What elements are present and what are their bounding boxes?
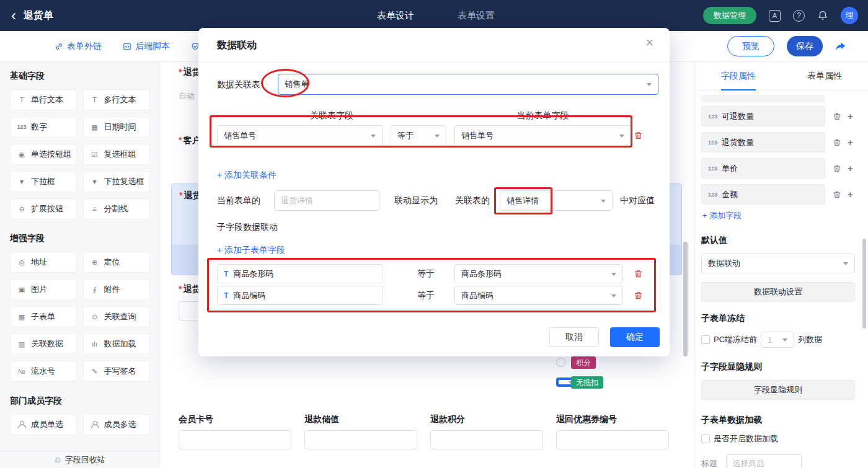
- language-icon[interactable]: A: [769, 10, 781, 22]
- member-card-input[interactable]: [179, 430, 291, 449]
- tab-form-properties[interactable]: 表单属性: [782, 62, 868, 90]
- subfield-returnable-qty[interactable]: 123可退数量: [701, 106, 825, 126]
- radio-points[interactable]: [556, 358, 565, 367]
- current-form-field-input[interactable]: [274, 190, 379, 211]
- add-subform-field-link[interactable]: + 添加子表单字段: [217, 245, 285, 256]
- data-manage-button[interactable]: 数据管理: [703, 7, 756, 24]
- field-item-signature[interactable]: ✎手写签名: [83, 361, 150, 382]
- avatar[interactable]: 理: [841, 7, 858, 24]
- delete-sub-condition-icon[interactable]: [634, 269, 643, 278]
- subfield-row: 123金额 +: [701, 184, 862, 205]
- insert-field-icon[interactable]: +: [848, 164, 853, 173]
- panel-scrollbar[interactable]: [862, 239, 866, 329]
- freeze-checkbox[interactable]: [701, 335, 710, 344]
- refund-stored-value-label: 退款储值: [304, 414, 339, 425]
- tab-field-properties[interactable]: 字段属性: [695, 62, 782, 90]
- subform-data-load-heading: 子表单数据加载: [701, 415, 862, 426]
- basic-fields-grid: T单行文本 T多行文本 123数字 ▦日期时间 ◉单选按钮组 ☑复选框组 ▼下拉…: [10, 89, 149, 219]
- subfield-amount[interactable]: 123金额: [701, 184, 825, 205]
- return-coupon-input[interactable]: [556, 430, 669, 449]
- field-item-address[interactable]: ◎地址: [10, 252, 77, 273]
- field-item-multi-select[interactable]: ▼下拉复选框: [83, 171, 150, 192]
- delete-sub-condition-icon[interactable]: [634, 291, 643, 300]
- delete-icon[interactable]: [833, 164, 841, 173]
- field-item-divider[interactable]: ≡分割线: [83, 198, 150, 219]
- sub-target-barcode-select[interactable]: 商品条形码: [454, 264, 623, 283]
- field-item-radio-group[interactable]: ◉单选按钮组: [10, 144, 77, 165]
- notification-bell-icon[interactable]: [817, 10, 828, 21]
- field-item-partial[interactable]: [701, 95, 825, 102]
- insert-field-icon[interactable]: +: [848, 138, 853, 147]
- field-item-single-line-text[interactable]: T单行文本: [10, 89, 77, 110]
- field-item-checkbox-group[interactable]: ☑复选框组: [83, 144, 150, 165]
- insert-field-icon[interactable]: +: [848, 190, 853, 199]
- preview-button[interactable]: 预览: [727, 36, 774, 56]
- insert-field-icon[interactable]: +: [848, 112, 853, 121]
- text-field-icon: T: [224, 270, 228, 278]
- add-field-link[interactable]: + 添加字段: [702, 210, 862, 221]
- relation-field-select[interactable]: 销售详情: [500, 190, 613, 211]
- delete-icon[interactable]: [833, 138, 841, 147]
- field-display-rules-button[interactable]: 字段显隐规则: [701, 380, 855, 400]
- tab-form-design[interactable]: 表单设计: [377, 10, 414, 22]
- field-item-related-data[interactable]: ▥关联数据: [10, 333, 77, 355]
- field-item-number[interactable]: 123数字: [10, 117, 77, 138]
- relation-table-prefix: 关联表的: [455, 190, 490, 211]
- subfield-return-qty[interactable]: 123退货数量: [701, 132, 825, 152]
- refund-stored-value-input[interactable]: [304, 430, 417, 449]
- tab-form-settings[interactable]: 表单设置: [458, 10, 495, 22]
- condition-operator-select[interactable]: 等于: [391, 125, 446, 146]
- relation-table-select[interactable]: 销售单: [278, 74, 658, 95]
- field-item-attachment[interactable]: ∮附件: [83, 279, 150, 300]
- condition-target-select[interactable]: 销售单号: [454, 125, 631, 146]
- default-value-select[interactable]: 数据联动: [701, 254, 855, 273]
- field-item-location[interactable]: ⊕定位: [83, 252, 150, 273]
- field-item-data-load[interactable]: ılı数据加载: [83, 333, 150, 355]
- field-item-datetime[interactable]: ▦日期时间: [83, 117, 150, 138]
- freeze-count-select[interactable]: 1: [761, 332, 794, 348]
- title-row: 标题 选择商品: [701, 454, 862, 468]
- field-item-serial-number[interactable]: №流水号: [10, 361, 77, 382]
- field-item-lookup-query[interactable]: ⊙关联查询: [83, 306, 150, 327]
- field-item-member-single[interactable]: 成员单选: [10, 414, 77, 435]
- subfield-unit-price[interactable]: 123单价: [701, 158, 825, 179]
- sub-target-product-code-select[interactable]: 商品编码: [454, 286, 623, 305]
- title-value-box[interactable]: 选择商品: [726, 454, 802, 468]
- cancel-button[interactable]: 取消: [549, 327, 599, 347]
- properties-panel: 字段属性 表单属性 123可退数量 + 123退货数量 + 123单价 + 12…: [694, 62, 868, 468]
- field-item-image[interactable]: ▣图片: [10, 279, 77, 300]
- data-load-checkbox[interactable]: [701, 435, 710, 443]
- add-condition-link[interactable]: + 添加关联条件: [217, 170, 277, 181]
- data-linkage-settings-button[interactable]: 数据联动设置: [701, 282, 855, 302]
- share-icon[interactable]: [835, 42, 846, 51]
- field-item-extend-button[interactable]: ⊖扩展按钮: [10, 198, 77, 219]
- field-item-member-multi[interactable]: 成员多选: [83, 414, 150, 435]
- delete-icon[interactable]: [833, 190, 841, 199]
- data-linkage-modal: 数据联动 × 数据关联表 销售单 关联表字段 当前表单字段 销售单号 等于 销售…: [198, 28, 670, 356]
- field-recycle-bin[interactable]: ♲ 字段回收站: [0, 451, 159, 468]
- form-external-link[interactable]: 表单外链: [55, 41, 102, 52]
- topbar-actions: 数据管理 A ? 理: [703, 0, 858, 31]
- confirm-button[interactable]: 确定: [610, 327, 660, 347]
- subform-freeze-heading: 子表单冻结: [701, 313, 862, 324]
- backend-script-link[interactable]: 后端脚本: [123, 41, 170, 52]
- condition-field-select[interactable]: 销售单号: [217, 125, 383, 146]
- canvas-scrollbar[interactable]: [683, 242, 688, 356]
- refund-points-input[interactable]: [430, 430, 543, 449]
- help-icon[interactable]: ?: [793, 10, 805, 22]
- sub-field-barcode-input[interactable]: T商品条形码: [217, 264, 383, 283]
- topbar: ‹ 退货单 表单设计 表单设置 数据管理 A ? 理: [0, 0, 868, 31]
- field-item-select[interactable]: ▼下拉框: [10, 171, 77, 192]
- delete-condition-icon[interactable]: [634, 131, 643, 140]
- save-button[interactable]: 保存: [787, 36, 823, 56]
- location-icon: ⊕: [89, 258, 100, 267]
- sub-field-product-code-input[interactable]: T商品编码: [217, 286, 383, 305]
- close-icon[interactable]: ×: [645, 36, 653, 50]
- field-item-multi-line-text[interactable]: T多行文本: [83, 89, 150, 110]
- app-root: ‹ 退货单 表单设计 表单设置 数据管理 A ? 理 表单外链 后端脚本 数据权…: [0, 0, 868, 468]
- back-icon[interactable]: ‹: [11, 8, 16, 23]
- field-item-subform[interactable]: ▦子表单: [10, 306, 77, 327]
- delete-icon[interactable]: [833, 112, 841, 121]
- dropdown-icon: ▼: [16, 178, 27, 185]
- divider-icon: ≡: [89, 205, 100, 213]
